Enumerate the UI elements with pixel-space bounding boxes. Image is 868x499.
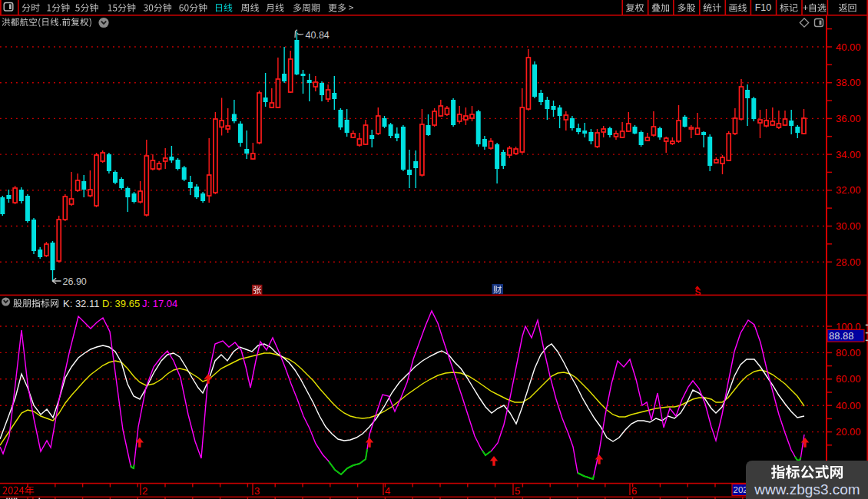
svg-text:34.00: 34.00: [836, 149, 861, 160]
svg-text:2: 2: [142, 485, 147, 497]
svg-text:32.00: 32.00: [836, 184, 861, 196]
svg-text:28.00: 28.00: [836, 256, 861, 268]
svg-text:D: 39.65: D: 39.65: [102, 298, 140, 309]
svg-text:40.00: 40.00: [836, 400, 861, 411]
svg-text:88.88: 88.88: [829, 330, 854, 342]
svg-text:www.zbgs3.com: www.zbgs3.com: [754, 481, 860, 497]
svg-text:K: 32.11: K: 32.11: [63, 298, 99, 309]
svg-text:5: 5: [515, 485, 520, 497]
svg-text:80.00: 80.00: [836, 347, 861, 359]
svg-text:38.00: 38.00: [836, 77, 861, 88]
svg-text:40.00: 40.00: [836, 41, 861, 53]
svg-text:F10: F10: [755, 2, 772, 13]
svg-text:40.84: 40.84: [306, 30, 330, 41]
svg-text:60.00: 60.00: [836, 373, 861, 385]
svg-text:J: 17.04: J: 17.04: [142, 298, 177, 309]
svg-text:3: 3: [254, 485, 260, 497]
svg-text:6: 6: [631, 485, 637, 497]
svg-text:4: 4: [385, 485, 390, 497]
svg-text:30.00: 30.00: [836, 220, 861, 232]
svg-text:20.00: 20.00: [836, 426, 861, 438]
svg-text:26.90: 26.90: [63, 276, 87, 287]
svg-text:36.00: 36.00: [836, 113, 861, 124]
